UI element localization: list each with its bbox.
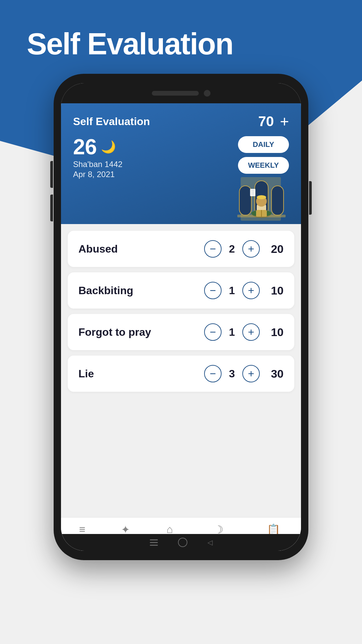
hijri-date: Sha'ban 1442 xyxy=(73,160,122,169)
front-camera xyxy=(204,90,210,97)
item-card: Lie − 3 + 30 xyxy=(68,356,294,392)
add-button[interactable]: + xyxy=(280,114,289,129)
item-label: Abused xyxy=(78,243,204,255)
increase-button[interactable]: + xyxy=(242,282,260,299)
app-header: Self Evaluation 70 + 26 🌙 Sha'ban 1442 A… xyxy=(61,103,301,224)
decrease-button[interactable]: − xyxy=(204,365,222,382)
moon-icon: 🌙 xyxy=(101,141,116,153)
date-info: 26 🌙 Sha'ban 1442 Apr 8, 2021 xyxy=(73,136,122,179)
increase-button[interactable]: + xyxy=(242,323,260,341)
item-score: 10 xyxy=(265,284,284,297)
gregorian-date: Apr 8, 2021 xyxy=(73,170,122,179)
item-controls: − 2 + 20 xyxy=(204,240,284,258)
volume-down-button xyxy=(50,195,53,221)
item-score: 10 xyxy=(265,326,284,339)
decrease-button[interactable]: − xyxy=(204,282,222,299)
item-card: Backbiting − 1 + 10 xyxy=(68,272,294,309)
phone-frame: Self Evaluation 70 + 26 🌙 Sha'ban 1442 A… xyxy=(54,74,308,560)
item-label: Backbiting xyxy=(78,284,204,297)
phone-notch xyxy=(61,83,301,103)
item-controls: − 1 + 10 xyxy=(204,323,284,341)
phone-screen: Self Evaluation 70 + 26 🌙 Sha'ban 1442 A… xyxy=(61,83,301,551)
volume-up-button xyxy=(50,161,53,188)
item-count: 1 xyxy=(227,284,237,297)
svg-rect-2 xyxy=(240,186,251,215)
svg-rect-6 xyxy=(272,186,283,215)
item-score: 30 xyxy=(265,367,284,380)
app-title: Self Evaluation xyxy=(73,115,150,128)
total-score: 70 xyxy=(258,113,274,129)
item-label: Lie xyxy=(78,368,204,380)
increase-button[interactable]: + xyxy=(242,240,260,258)
item-card: Forgot to pray − 1 + 10 xyxy=(68,314,294,350)
system-bar: ◁ xyxy=(61,534,301,551)
item-controls: − 3 + 30 xyxy=(204,365,284,382)
item-card: Abused − 2 + 20 xyxy=(68,231,294,267)
decrease-button[interactable]: − xyxy=(204,240,222,258)
score-area: 70 + xyxy=(258,113,289,129)
increase-button[interactable]: + xyxy=(242,365,260,382)
item-count: 3 xyxy=(227,368,237,380)
item-count: 2 xyxy=(227,243,237,255)
day-number: 26 🌙 xyxy=(73,136,122,158)
decrease-button[interactable]: − xyxy=(204,323,222,341)
power-button xyxy=(309,181,312,215)
daily-button[interactable]: DAILY xyxy=(238,136,289,153)
speaker xyxy=(152,91,199,96)
item-score: 20 xyxy=(265,243,284,256)
header-top-row: Self Evaluation 70 + xyxy=(73,113,289,129)
back-button[interactable] xyxy=(150,539,158,546)
page-title: Self Evaluation xyxy=(27,27,233,61)
illustration xyxy=(227,164,294,224)
svg-point-13 xyxy=(257,195,266,199)
home-system-button[interactable] xyxy=(178,538,187,547)
item-count: 1 xyxy=(227,326,237,338)
item-label: Forgot to pray xyxy=(78,326,204,338)
item-controls: − 1 + 10 xyxy=(204,282,284,299)
svg-rect-16 xyxy=(250,189,255,196)
items-list: Abused − 2 + 20 Backbiting − 1 + 10 xyxy=(61,224,301,517)
recents-button[interactable]: ◁ xyxy=(207,538,213,546)
